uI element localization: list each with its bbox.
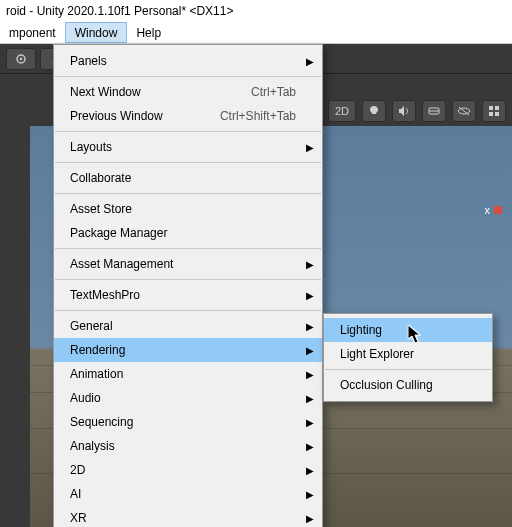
fx-toggle-icon[interactable] xyxy=(422,100,446,122)
toolbar-button-pivot[interactable] xyxy=(6,48,36,70)
mi-xr[interactable]: XR▶ xyxy=(54,506,322,527)
chevron-right-icon: ▶ xyxy=(306,513,314,524)
pivot-icon xyxy=(14,52,28,66)
mi-panels[interactable]: Panels▶ xyxy=(54,49,322,73)
window-titlebar: roid - Unity 2020.1.10f1 Personal* <DX11… xyxy=(0,0,512,22)
mi-2d[interactable]: 2D▶ xyxy=(54,458,322,482)
mi-ai[interactable]: AI▶ xyxy=(54,482,322,506)
mi-animation[interactable]: Animation▶ xyxy=(54,362,322,386)
mi-next-window[interactable]: Next WindowCtrl+Tab xyxy=(54,80,322,104)
menu-window[interactable]: Window xyxy=(65,22,128,43)
window-title: roid - Unity 2020.1.10f1 Personal* <DX11… xyxy=(6,4,233,18)
left-strip xyxy=(0,126,30,527)
mi-audio[interactable]: Audio▶ xyxy=(54,386,322,410)
chevron-right-icon: ▶ xyxy=(306,259,314,270)
audio-toggle-icon[interactable] xyxy=(392,100,416,122)
svg-point-1 xyxy=(20,58,22,60)
mi-previous-window[interactable]: Previous WindowCtrl+Shift+Tab xyxy=(54,104,322,128)
axis-x-label: x xyxy=(485,204,491,216)
chevron-right-icon: ▶ xyxy=(306,345,314,356)
svg-rect-6 xyxy=(495,112,499,116)
svg-rect-3 xyxy=(489,106,493,110)
mi-rendering[interactable]: Rendering▶ xyxy=(54,338,322,362)
chevron-right-icon: ▶ xyxy=(306,393,314,404)
mi-analysis[interactable]: Analysis▶ xyxy=(54,434,322,458)
axis-x-gizmo[interactable]: x xyxy=(485,204,503,216)
chevron-right-icon: ▶ xyxy=(306,417,314,428)
chevron-right-icon: ▶ xyxy=(306,56,314,67)
menu-bar: mponent Window Help xyxy=(0,22,512,44)
hidden-objects-icon[interactable] xyxy=(452,100,476,122)
2d-toggle[interactable]: 2D xyxy=(328,100,356,122)
mi-lighting[interactable]: Lighting xyxy=(324,318,492,342)
menu-help[interactable]: Help xyxy=(127,22,170,43)
menu-component[interactable]: mponent xyxy=(0,22,65,43)
window-menu-dropdown: Panels▶ Next WindowCtrl+Tab Previous Win… xyxy=(53,44,323,527)
mi-layouts[interactable]: Layouts▶ xyxy=(54,135,322,159)
mi-asset-store[interactable]: Asset Store xyxy=(54,197,322,221)
chevron-right-icon: ▶ xyxy=(306,142,314,153)
lighting-toggle-icon[interactable] xyxy=(362,100,386,122)
mi-sequencing[interactable]: Sequencing▶ xyxy=(54,410,322,434)
chevron-right-icon: ▶ xyxy=(306,369,314,380)
mi-textmeshpro[interactable]: TextMeshPro▶ xyxy=(54,283,322,307)
mi-occlusion-culling[interactable]: Occlusion Culling xyxy=(324,373,492,397)
chevron-right-icon: ▶ xyxy=(306,290,314,301)
mi-light-explorer[interactable]: Light Explorer xyxy=(324,342,492,366)
mi-general[interactable]: General▶ xyxy=(54,314,322,338)
chevron-right-icon: ▶ xyxy=(306,465,314,476)
gizmos-dropdown-icon[interactable] xyxy=(482,100,506,122)
mi-package-manager[interactable]: Package Manager xyxy=(54,221,322,245)
axis-x-handle-icon xyxy=(494,206,502,214)
rendering-submenu: Lighting Light Explorer Occlusion Cullin… xyxy=(323,313,493,402)
chevron-right-icon: ▶ xyxy=(306,441,314,452)
mi-collaborate[interactable]: Collaborate xyxy=(54,166,322,190)
svg-rect-5 xyxy=(489,112,493,116)
svg-rect-4 xyxy=(495,106,499,110)
chevron-right-icon: ▶ xyxy=(306,489,314,500)
chevron-right-icon: ▶ xyxy=(306,321,314,332)
mi-asset-management[interactable]: Asset Management▶ xyxy=(54,252,322,276)
